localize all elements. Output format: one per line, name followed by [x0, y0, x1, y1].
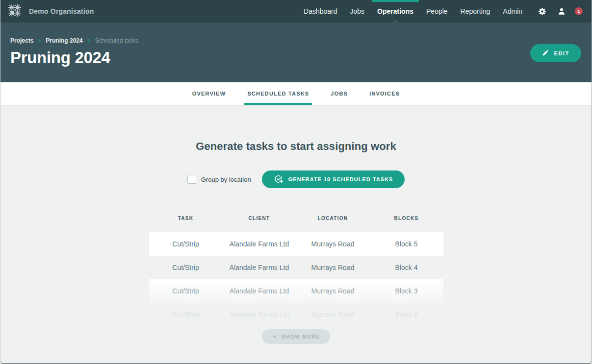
pencil-icon [542, 49, 549, 57]
cell-task: Cut/Strip [149, 311, 223, 318]
nav-links: Dashboard Jobs Operations People Reporti… [297, 0, 529, 23]
group-by-location-checkbox[interactable] [187, 175, 196, 184]
check-plus-circle-icon [274, 174, 283, 185]
generate-tasks-button-label: GENERATE 10 SCHEDULED TASKS [288, 176, 393, 182]
breadcrumb-projects[interactable]: Projects [10, 37, 33, 44]
cell-blocks: Block 5 [370, 240, 443, 248]
brand[interactable]: Demo Organisation [7, 3, 94, 20]
column-header-client: CLIENT [223, 216, 296, 228]
column-header-blocks: BLOCKS [370, 216, 443, 228]
cell-client: Alandale Farms Ltd [223, 240, 296, 248]
cell-location: Murrays Road [296, 311, 370, 318]
nav-item-operations-label: Operations [377, 7, 413, 15]
cell-location: Murrays Road [296, 264, 370, 271]
snowflake-logo-icon [7, 3, 22, 20]
edit-button-label: EDIT [554, 50, 569, 56]
nav-item-jobs[interactable]: Jobs [344, 0, 371, 23]
main-content: Generate tasks to start assigning work G… [0, 105, 592, 344]
table-body: Cut/Strip Alandale Farms Ltd Murrays Roa… [149, 232, 443, 326]
cell-blocks: Block 2 [370, 311, 443, 318]
tab-scheduled-tasks[interactable]: SCHEDULED TASKS [244, 82, 312, 105]
page-title: Pruning 2024 [10, 49, 582, 67]
show-more-label: SHOW MORE [282, 334, 320, 340]
show-more-button[interactable]: SHOW MORE [262, 329, 330, 344]
table-row[interactable]: Cut/Strip Alandale Farms Ltd Murrays Roa… [149, 279, 443, 303]
active-nav-caret [392, 19, 399, 23]
generate-heading: Generate tasks to start assigning work [0, 140, 592, 153]
nav-item-dashboard[interactable]: Dashboard [297, 0, 344, 23]
column-header-location: LOCATION [296, 216, 370, 228]
generate-tasks-button[interactable]: GENERATE 10 SCHEDULED TASKS [262, 170, 405, 188]
top-navigation-bar: Demo Organisation Dashboard Jobs Operati… [0, 0, 592, 23]
cell-location: Murrays Road [296, 287, 370, 295]
nav-item-reporting[interactable]: Reporting [454, 0, 497, 23]
settings-gear-icon[interactable] [536, 5, 548, 18]
table-row[interactable]: Cut/Strip Alandale Farms Ltd Murrays Roa… [149, 303, 443, 326]
active-nav-indicator-bar [372, 0, 419, 2]
nav-item-admin[interactable]: Admin [496, 0, 529, 23]
user-account-icon[interactable] [555, 5, 568, 18]
chevron-right-icon [37, 38, 42, 44]
group-by-location-label: Group by location [201, 176, 251, 183]
chevron-right-icon [86, 38, 92, 44]
cell-task: Cut/Strip [149, 287, 223, 295]
tab-bar: OVERVIEW SCHEDULED TASKS JOBS INVOICES [0, 82, 592, 105]
table-row[interactable]: Cut/Strip Alandale Farms Ltd Murrays Roa… [149, 256, 443, 279]
table-header-row: TASK CLIENT LOCATION BLOCKS [149, 216, 443, 228]
column-header-task: TASK [149, 216, 223, 228]
nav-item-people[interactable]: People [420, 0, 454, 23]
tab-overview[interactable]: OVERVIEW [189, 82, 229, 105]
group-by-location-control[interactable]: Group by location [187, 175, 251, 184]
cell-blocks: Block 3 [370, 287, 443, 295]
page-header: Projects Pruning 2024 Scheduled tasks Pr… [0, 23, 592, 82]
nav-icon-group: 1 [536, 5, 583, 18]
tab-jobs[interactable]: JOBS [328, 82, 351, 105]
notification-badge[interactable]: 1 [575, 7, 583, 15]
chevron-down-icon [272, 334, 277, 340]
cell-blocks: Block 4 [370, 264, 443, 271]
breadcrumb-pruning-2024[interactable]: Pruning 2024 [46, 37, 82, 44]
cell-client: Alandale Farms Ltd [223, 287, 296, 295]
table-row[interactable]: Cut/Strip Alandale Farms Ltd Murrays Roa… [149, 232, 443, 256]
nav-item-operations[interactable]: Operations [371, 0, 420, 23]
app-window: Demo Organisation Dashboard Jobs Operati… [0, 0, 592, 364]
scheduled-tasks-table: TASK CLIENT LOCATION BLOCKS Cut/Strip Al… [149, 216, 443, 326]
cell-client: Alandale Farms Ltd [223, 264, 296, 271]
generate-controls: Group by location GENERATE 10 SCHEDULED … [0, 170, 592, 188]
cell-client: Alandale Farms Ltd [223, 311, 296, 318]
organisation-name: Demo Organisation [29, 7, 94, 15]
breadcrumb-scheduled-tasks: Scheduled tasks [95, 37, 138, 44]
edit-button[interactable]: EDIT [530, 44, 581, 62]
cell-location: Murrays Road [296, 240, 370, 248]
breadcrumb: Projects Pruning 2024 Scheduled tasks [10, 37, 582, 44]
tab-invoices[interactable]: INVOICES [366, 82, 403, 105]
cell-task: Cut/Strip [149, 264, 223, 271]
cell-task: Cut/Strip [149, 240, 223, 248]
